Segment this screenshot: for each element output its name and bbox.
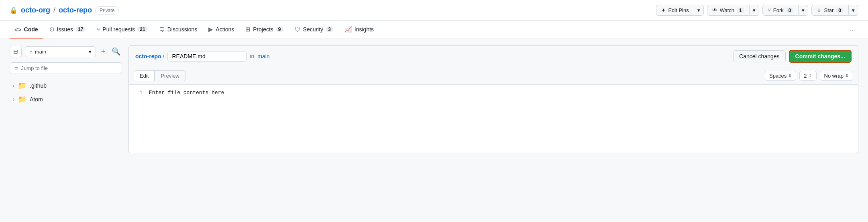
file-tree-item-github[interactable]: › 📁 .github — [10, 79, 122, 92]
spaces-select[interactable]: Spaces ⇕ — [765, 71, 796, 81]
editor-branch-link[interactable]: main — [257, 53, 269, 60]
commit-changes-button[interactable]: Commit changes... — [789, 50, 852, 63]
fork-button[interactable]: ⑂ Fork 0 — [762, 5, 799, 16]
main-content: ⊟ ⑂ main ▾ + 🔍 ≡ Jump to file › 📁 .githu… — [0, 39, 868, 160]
tab-code-label: Code — [24, 26, 38, 33]
top-actions: ✦ Edit Pins ▾ 👁 Watch 1 ▾ ⑂ Fork 0 ▾ — [656, 5, 858, 16]
edit-pins-dropdown[interactable]: ▾ — [694, 5, 704, 16]
folder-icon: 📁 — [18, 81, 26, 90]
projects-badge: 9 — [276, 27, 283, 32]
indent-arrow-icon: ⇕ — [809, 73, 812, 78]
pr-icon: ⑂ — [97, 27, 100, 33]
repo-separator: / — [53, 6, 55, 14]
watch-button[interactable]: 👁 Watch 1 — [707, 5, 749, 16]
insights-icon: 📈 — [344, 26, 352, 33]
tab-projects[interactable]: ⊞ Projects 9 — [240, 21, 288, 39]
code-icon: <> — [14, 26, 22, 33]
tab-pr-label: Pull requests — [102, 26, 135, 33]
editor-options: Spaces ⇕ 2 ⇕ No wrap ⇕ — [765, 71, 853, 81]
folder-icon-2: 📁 — [18, 95, 26, 104]
repo-title: 🔒 octo-org / octo-repo Private — [10, 6, 119, 14]
chevron-right-icon-2: › — [13, 97, 14, 102]
branch-chevron-icon: ▾ — [89, 49, 92, 55]
editor-actions: Cancel changes Commit changes... — [733, 50, 852, 63]
tab-pull-requests[interactable]: ⑂ Pull requests 21 — [92, 21, 152, 38]
edit-tab-edit[interactable]: Edit — [134, 70, 155, 81]
visibility-badge: Private — [95, 6, 119, 14]
cancel-changes-button[interactable]: Cancel changes — [733, 50, 785, 62]
edit-tab-preview[interactable]: Preview — [155, 70, 185, 81]
tab-discussions-label: Discussions — [167, 26, 198, 33]
lock-icon: 🔒 — [10, 6, 18, 14]
filename-input[interactable] — [167, 51, 247, 62]
filter-icon: ≡ — [15, 65, 18, 71]
line-content[interactable]: Enter file contents here — [149, 90, 858, 96]
watch-dropdown[interactable]: ▾ — [749, 5, 759, 16]
line-number: 1 — [129, 90, 149, 96]
add-file-button[interactable]: + — [99, 46, 107, 58]
actions-icon: ▶ — [208, 26, 213, 33]
star-label: Star — [824, 7, 833, 13]
in-label: in — [250, 53, 254, 60]
org-link[interactable]: octo-org — [21, 6, 50, 14]
fork-dropdown[interactable]: ▾ — [798, 5, 808, 16]
indent-value: 2 — [804, 73, 807, 79]
tab-code[interactable]: <> Code — [10, 21, 43, 39]
eye-icon: 👁 — [712, 7, 717, 13]
fork-label: Fork — [773, 7, 784, 13]
projects-icon: ⊞ — [245, 26, 251, 33]
issues-icon: ⊙ — [49, 26, 55, 33]
star-dropdown[interactable]: ▾ — [848, 5, 858, 16]
edit-pins-group: ✦ Edit Pins ▾ — [656, 5, 703, 16]
sidebar: ⊟ ⑂ main ▾ + 🔍 ≡ Jump to file › 📁 .githu… — [10, 45, 122, 153]
branch-icon: ⑂ — [29, 49, 33, 55]
file-tree-item-atom[interactable]: › 📁 Atom — [10, 92, 122, 106]
breadcrumb-repo-link[interactable]: octo-repo — [135, 53, 161, 60]
spaces-arrow-icon: ⇕ — [788, 73, 792, 78]
star-button[interactable]: ☆ Star 0 — [811, 5, 848, 16]
sidebar-icon: ⊟ — [13, 48, 18, 55]
search-icon: 🔍 — [112, 47, 120, 56]
editor-area: octo-repo / in main Cancel changes Commi… — [128, 45, 858, 153]
branch-selector[interactable]: ⑂ main ▾ — [25, 46, 96, 57]
edit-tab-group: Edit Preview — [134, 70, 185, 81]
code-line: 1 Enter file contents here — [129, 90, 858, 96]
tab-projects-label: Projects — [253, 26, 273, 33]
edit-pins-button[interactable]: ✦ Edit Pins — [656, 5, 693, 16]
watch-group: 👁 Watch 1 ▾ — [707, 5, 759, 16]
breadcrumb: octo-repo / — [135, 53, 164, 60]
chevron-right-icon: › — [13, 83, 14, 88]
repo-link[interactable]: octo-repo — [59, 6, 92, 14]
tab-issues[interactable]: ⊙ Issues 17 — [45, 21, 91, 39]
top-bar: 🔒 octo-org / octo-repo Private ✦ Edit Pi… — [0, 0, 868, 21]
search-button[interactable]: 🔍 — [110, 45, 122, 58]
jump-to-file-label: Jump to file — [21, 65, 48, 71]
tab-actions-label: Actions — [216, 26, 234, 33]
issues-badge: 17 — [75, 27, 86, 32]
tab-insights-label: Insights — [355, 26, 374, 33]
code-area: 1 Enter file contents here — [129, 85, 858, 101]
file-tree: › 📁 .github › 📁 Atom — [10, 79, 122, 106]
edit-pins-label: Edit Pins — [668, 7, 689, 13]
tab-issues-label: Issues — [57, 26, 73, 33]
indent-select[interactable]: 2 ⇕ — [799, 71, 816, 81]
wrap-arrow-icon: ⇕ — [845, 73, 849, 78]
tab-discussions[interactable]: 🗨 Discussions — [154, 21, 202, 39]
file-tree-item-name-2: Atom — [30, 96, 43, 103]
tab-security[interactable]: 🛡 Security 3 — [290, 21, 338, 39]
sidebar-toggle-button[interactable]: ⊟ — [10, 46, 22, 57]
nav-tabs: <> Code ⊙ Issues 17 ⑂ Pull requests 21 🗨… — [0, 21, 868, 39]
tab-insights[interactable]: 📈 Insights — [340, 21, 379, 39]
star-icon: ☆ — [817, 7, 821, 13]
wrap-label: No wrap — [824, 73, 844, 79]
nav-more-button[interactable]: ··· — [846, 23, 858, 37]
fork-icon: ⑂ — [768, 7, 771, 13]
security-badge: 3 — [326, 27, 333, 32]
discussions-icon: 🗨 — [159, 26, 165, 33]
wrap-select[interactable]: No wrap ⇕ — [820, 71, 853, 81]
tab-security-label: Security — [303, 26, 324, 33]
security-icon: 🛡 — [295, 26, 301, 33]
tab-actions[interactable]: ▶ Actions — [204, 21, 239, 39]
fork-group: ⑂ Fork 0 ▾ — [762, 5, 809, 16]
jump-to-file-input[interactable]: ≡ Jump to file — [10, 62, 122, 74]
